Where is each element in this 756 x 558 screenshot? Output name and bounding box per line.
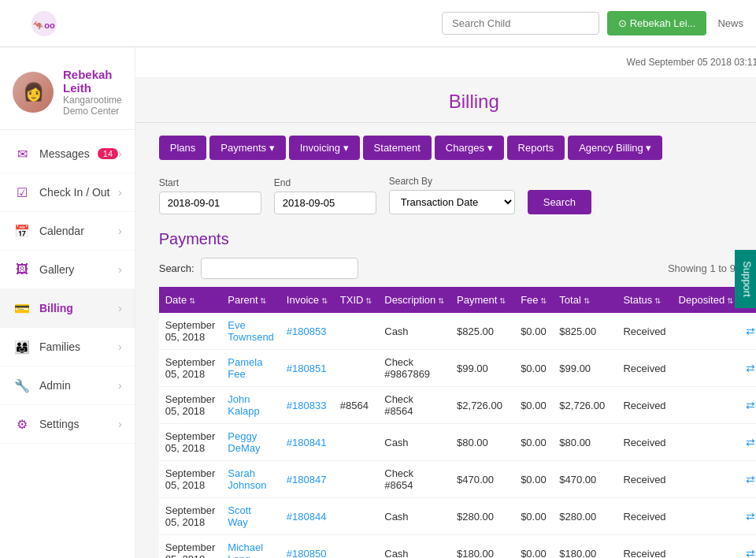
cell-action: ⇄ ✕ xyxy=(739,498,756,535)
plans-button[interactable]: Plans xyxy=(159,136,207,160)
cell-description: Cash xyxy=(378,535,450,559)
families-icon: 👨‍👩‍👧 xyxy=(13,337,32,356)
cell-deposited xyxy=(673,535,739,559)
cell-deposited xyxy=(673,461,739,498)
edit-icon[interactable]: ⇄ xyxy=(746,399,755,411)
cell-total: $825.00 xyxy=(553,313,617,350)
col-status[interactable]: Status xyxy=(617,287,672,313)
search-by-select[interactable]: Transaction Date xyxy=(389,190,515,214)
news-link[interactable]: News xyxy=(717,17,743,29)
cell-fee: $0.00 xyxy=(514,535,553,559)
cell-action: ⇄ ✕ xyxy=(739,424,756,461)
statement-button[interactable]: Statement xyxy=(363,136,432,160)
end-label: End xyxy=(274,177,376,188)
cell-invoice: #180851 xyxy=(280,350,334,387)
col-payment[interactable]: Payment xyxy=(450,287,514,313)
col-deposited[interactable]: Deposited xyxy=(673,287,739,313)
cell-payment: $470.00 xyxy=(450,461,514,498)
cell-status: Received xyxy=(617,461,672,498)
user-button[interactable]: ⊙ Rebekah Lei... xyxy=(607,11,706,35)
avatar: 👩 xyxy=(13,72,54,113)
end-date-input[interactable] xyxy=(274,192,376,214)
cell-action: ⇄ ✕ xyxy=(739,350,756,387)
edit-icon[interactable]: ⇄ xyxy=(746,473,755,485)
chevron-icon: › xyxy=(118,263,122,276)
edit-icon[interactable]: ⇄ xyxy=(746,325,755,337)
sidebar-item-label: Admin xyxy=(39,379,118,392)
cell-action: ⇄ ✕ xyxy=(739,535,756,559)
cell-txid xyxy=(334,350,378,387)
cell-parent: Michael Long xyxy=(221,535,280,559)
user-name: Rebekah Leith xyxy=(63,68,122,95)
messages-badge: 14 xyxy=(98,148,118,159)
payments-button[interactable]: Payments ▾ xyxy=(209,136,285,160)
edit-icon[interactable]: ⇄ xyxy=(746,436,755,448)
invoicing-button[interactable]: Invoicing ▾ xyxy=(289,136,360,160)
search-input[interactable] xyxy=(442,12,599,35)
cell-payment: $825.00 xyxy=(450,313,514,350)
cell-deposited xyxy=(673,424,739,461)
cell-date: September 05, 2018 xyxy=(159,387,222,424)
sidebar-item-admin[interactable]: 🔧 Admin › xyxy=(0,366,135,405)
sidebar-item-calendar[interactable]: 📅 Calendar › xyxy=(0,212,135,251)
admin-icon: 🔧 xyxy=(13,376,32,395)
reports-button[interactable]: Reports xyxy=(507,136,565,160)
edit-icon[interactable]: ⇄ xyxy=(746,362,755,374)
cell-fee: $0.00 xyxy=(514,350,553,387)
edit-icon[interactable]: ⇄ xyxy=(746,510,755,523)
sidebar-item-messages[interactable]: ✉ Messages 14 › xyxy=(0,135,135,173)
end-date-group: End xyxy=(274,177,376,214)
col-fee[interactable]: Fee xyxy=(514,287,553,313)
gallery-icon: 🖼 xyxy=(13,260,32,279)
edit-icon[interactable]: ⇄ xyxy=(746,547,755,558)
user-info: Rebekah Leith Kangarootime Demo Center xyxy=(63,68,122,117)
calendar-icon: 📅 xyxy=(13,221,32,240)
col-parent[interactable]: Parent xyxy=(221,287,280,313)
col-txid[interactable]: TXID xyxy=(334,287,378,313)
start-date-input[interactable] xyxy=(159,192,261,214)
table-search-input[interactable] xyxy=(201,258,358,279)
cell-payment: $2,726.00 xyxy=(450,387,514,424)
cell-date: September 05, 2018 xyxy=(159,498,222,535)
payments-table: Date Parent Invoice TXID Description Pay… xyxy=(159,287,756,558)
search-label: Search: xyxy=(159,262,195,274)
sidebar: 👩 Rebekah Leith Kangarootime Demo Center… xyxy=(0,47,135,558)
checkin-icon: ☑ xyxy=(13,183,32,202)
sidebar-item-gallery[interactable]: 🖼 Gallery › xyxy=(0,251,135,289)
table-row: September 05, 2018 Michael Long #180850 … xyxy=(159,535,756,559)
start-label: Start xyxy=(159,177,261,188)
cell-deposited xyxy=(673,313,739,350)
sidebar-item-label: Families xyxy=(39,340,118,353)
support-tab[interactable]: Support xyxy=(736,250,756,308)
user-center: Kangarootime Demo Center xyxy=(63,95,122,117)
cell-description: Check #8564 xyxy=(378,387,450,424)
charges-button[interactable]: Charges ▾ xyxy=(435,136,504,160)
table-row: September 05, 2018 John Kalapp #180833 #… xyxy=(159,387,756,424)
col-date[interactable]: Date xyxy=(159,287,222,313)
filter-search-button[interactable]: Search xyxy=(528,190,591,214)
cell-txid xyxy=(334,498,378,535)
sidebar-item-label: Settings xyxy=(39,418,118,430)
svg-text:🦘oo: 🦘oo xyxy=(33,20,55,31)
table-row: September 05, 2018 Pamela Fee #180851 Ch… xyxy=(159,350,756,387)
date-filter: Start End Search By Transaction Date Sea… xyxy=(159,176,756,214)
logo: 🦘oo xyxy=(13,8,76,39)
sidebar-item-families[interactable]: 👨‍👩‍👧 Families › xyxy=(0,328,135,366)
sidebar-item-billing[interactable]: 💳 Billing › xyxy=(0,289,135,328)
navbar: 🦘oo ⊙ Rebekah Lei... News xyxy=(0,0,756,47)
col-total[interactable]: Total xyxy=(553,287,617,313)
table-search: Search: xyxy=(159,258,358,279)
main-content: Wed September 05 2018 03:11 PM 📷 Billing… xyxy=(135,47,756,558)
cell-txid xyxy=(334,313,378,350)
sidebar-item-settings[interactable]: ⚙ Settings › xyxy=(0,405,135,444)
search-box[interactable] xyxy=(442,12,599,35)
col-invoice[interactable]: Invoice xyxy=(280,287,334,313)
table-controls: Search: Showing 1 to 9 of 9 entries xyxy=(159,258,756,279)
cell-invoice: #180841 xyxy=(280,424,334,461)
cell-parent: Peggy DeMay xyxy=(221,424,280,461)
col-description[interactable]: Description xyxy=(378,287,450,313)
cell-txid xyxy=(334,535,378,559)
agency-billing-button[interactable]: Agency Billing ▾ xyxy=(568,136,662,160)
chevron-icon: › xyxy=(118,340,122,353)
sidebar-item-checkin[interactable]: ☑ Check In / Out › xyxy=(0,173,135,212)
